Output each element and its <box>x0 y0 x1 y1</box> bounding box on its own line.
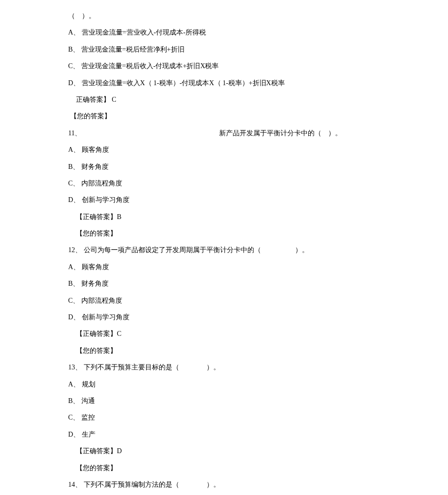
q11-your-answer: 【您的答案】 <box>76 228 380 239</box>
q11-option-d: D、 创新与学习角度 <box>68 195 380 205</box>
q12-stem: 12、 公司为每一项产品都设定了开发周期属于平衡计分卡中的（ ）。 <box>68 245 380 256</box>
q13-your-answer: 【您的答案】 <box>76 463 380 474</box>
q12-option-b: B、 财务角度 <box>68 278 380 289</box>
q11-correct-answer: 【正确答案】B <box>76 212 380 222</box>
q12-your-answer: 【您的答案】 <box>76 346 380 356</box>
q11-stem-text: 新产品开发属于平衡计分卡中的（ ）。 <box>219 129 342 137</box>
document-page: （ ）。 A、 营业现金流量=营业收入-付现成本-所得税 B、 营业现金流量=税… <box>0 0 448 495</box>
q10-correct-answer: 正确答案】 C <box>76 94 380 105</box>
q13-option-b: B、 沟通 <box>68 396 380 406</box>
q11-option-b: B、 财务角度 <box>68 162 380 172</box>
q10-option-a: A、 营业现金流量=营业收入-付现成本-所得税 <box>68 27 380 38</box>
q13-stem: 13、 下列不属于预算主要目标的是（ ）。 <box>68 362 380 373</box>
q10-option-d: D、 营业现金流量=收入X（ 1-税率）-付现成本X（ 1-税率）+折旧X税率 <box>68 78 380 89</box>
q11-option-c: C、 内部流程角度 <box>68 178 380 189</box>
q12-option-d: D、 创新与学习角度 <box>68 312 380 323</box>
q11-stem: 11、新产品开发属于平衡计分卡中的（ ）。 <box>68 128 380 139</box>
q12-correct-answer: 【正确答案】C <box>76 329 380 339</box>
q14-stem: 14、 下列不属于预算编制方法的是（ ）。 <box>68 479 380 490</box>
q13-correct-answer: 【正确答案】D <box>76 446 380 457</box>
q10-stem-tail: （ ）。 <box>68 11 380 21</box>
q13-option-c: C、 监控 <box>68 412 380 423</box>
q12-option-a: A、 顾客角度 <box>68 262 380 273</box>
q11-option-a: A、 顾客角度 <box>68 145 380 155</box>
q10-your-answer: 【您的答案】 <box>70 111 380 122</box>
q10-option-b: B、 营业现金流量=税后经营净利+折旧 <box>68 44 380 55</box>
q13-option-a: A、 规划 <box>68 379 380 390</box>
q13-option-d: D、 生产 <box>68 429 380 440</box>
q11-number: 11、 <box>68 128 219 139</box>
q10-option-c: C、 营业现金流量=税后收入-付现成本+折旧X税率 <box>68 61 380 72</box>
q12-option-c: C、 内部流程角度 <box>68 295 380 306</box>
